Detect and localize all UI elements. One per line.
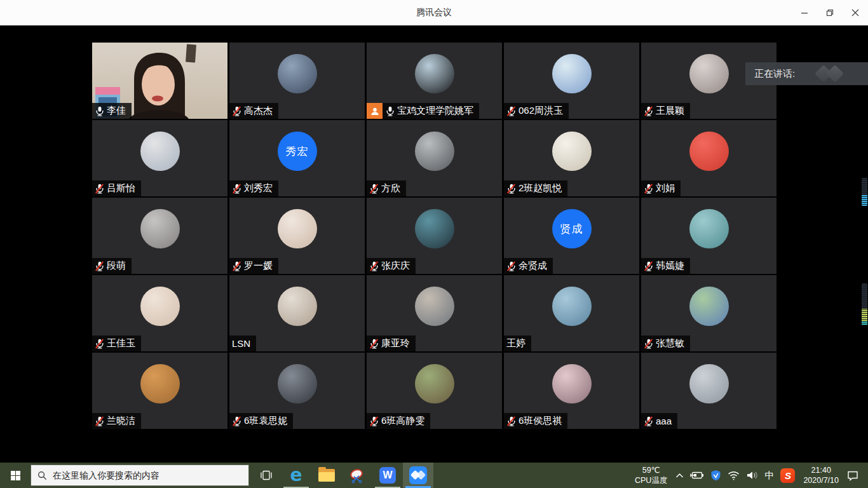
participant-name: 刘秀宏	[244, 182, 273, 194]
participant-name-label: 罗一媛	[229, 258, 278, 274]
participant-tile[interactable]: 段萌	[92, 198, 227, 274]
tencent-meeting-icon	[409, 466, 427, 484]
taskbar-app-wps[interactable]: W	[372, 463, 403, 488]
participant-name: LSN	[232, 338, 250, 349]
participant-tile[interactable]: 王婷	[504, 275, 639, 351]
participant-tile[interactable]: 吕斯怡	[92, 120, 227, 196]
taskbar-clock[interactable]: 21:40 2020/7/10	[798, 465, 844, 485]
avatar	[278, 364, 317, 403]
mic-muted-icon	[506, 261, 517, 271]
start-button[interactable]	[0, 463, 31, 488]
avatar	[689, 287, 729, 326]
tray-expand-button[interactable]	[672, 463, 687, 488]
ime-label: 中	[764, 470, 774, 482]
tray-volume[interactable]	[743, 463, 761, 488]
participant-tile[interactable]: 贤成	[504, 198, 639, 274]
mic-muted-icon	[644, 184, 654, 194]
participant-name-label: 韩嫣婕	[641, 258, 690, 274]
participant-label-row: 王婷	[504, 336, 531, 351]
tray-battery[interactable]	[687, 463, 707, 488]
participant-tile[interactable]: 6班袁思妮	[229, 353, 365, 429]
participant-name: 6班高静雯	[381, 415, 424, 427]
participant-label-row: 刘秀宏	[229, 180, 278, 196]
participant-label-row: LSN	[229, 336, 256, 351]
participant-tile[interactable]: 李佳	[92, 43, 227, 119]
participant-label-row: 6班高静雯	[367, 413, 430, 429]
participant-tile[interactable]: 张庆庆	[367, 198, 502, 274]
battery-icon	[690, 471, 704, 480]
participant-tile[interactable]: 6班高静雯	[367, 353, 502, 429]
participant-tile[interactable]: 宝鸡文理学院姚军	[367, 43, 502, 119]
meeting-stage: 李佳	[0, 25, 868, 463]
avatar	[140, 209, 180, 248]
taskbar-app-tencent-meeting[interactable]	[403, 463, 433, 488]
participant-tile[interactable]: 王佳玉	[92, 275, 227, 351]
participant-tile[interactable]: 刘娟	[641, 120, 776, 196]
audio-level-meter	[862, 283, 867, 325]
participant-tile[interactable]: 康亚玲	[367, 275, 502, 351]
tray-network[interactable]	[724, 463, 743, 488]
participant-tile[interactable]: 6班侯思祺	[504, 353, 639, 429]
avatar	[415, 364, 454, 403]
participant-name-label: 062周洪玉	[504, 103, 569, 119]
close-button[interactable]	[843, 0, 868, 25]
mic-muted-icon	[506, 416, 517, 426]
tray-security[interactable]	[707, 463, 724, 488]
participant-tile[interactable]: 062周洪玉	[504, 43, 639, 119]
cpu-temp-readout[interactable]: 59℃ CPU温度	[630, 465, 672, 485]
participant-name: 王婷	[506, 337, 526, 349]
mic-muted-icon	[95, 184, 105, 194]
taskbar-app-edge[interactable]: e	[281, 463, 311, 488]
wifi-icon	[728, 471, 740, 480]
avatar	[278, 54, 317, 93]
avatar	[278, 209, 317, 248]
participant-tile[interactable]: 方欣	[367, 120, 502, 196]
host-badge-icon	[367, 103, 383, 119]
tray-sogou[interactable]: S	[777, 463, 798, 488]
participant-tile[interactable]: 高杰杰	[229, 43, 365, 119]
taskbar-search[interactable]	[31, 464, 249, 486]
avatar: 秀宏	[278, 132, 317, 171]
participant-tile[interactable]: 韩嫣婕	[641, 198, 776, 274]
mic-on-icon	[385, 106, 395, 116]
minimize-button[interactable]	[792, 0, 817, 25]
participant-name-label: 6班侯思祺	[504, 413, 567, 429]
tray-ime-indicator[interactable]: 中	[761, 463, 777, 488]
task-view-icon	[260, 470, 273, 481]
participant-tile[interactable]: 秀宏	[229, 120, 365, 196]
participant-label-row: 王晨颖	[641, 103, 690, 119]
participant-name: 韩嫣婕	[656, 260, 684, 272]
search-input[interactable]	[53, 470, 231, 480]
participant-tile[interactable]: 2班赵凯悦	[504, 120, 639, 196]
participant-tile[interactable]: 罗一媛	[229, 198, 365, 274]
speaking-label: 正在讲话:	[754, 68, 795, 80]
participant-name-label: 余贤成	[504, 258, 553, 274]
avatar	[552, 132, 592, 171]
mic-muted-icon	[95, 339, 105, 349]
participant-name: 张庆庆	[381, 260, 410, 272]
participant-name: 李佳	[107, 105, 126, 117]
task-view-button[interactable]	[252, 463, 281, 488]
participant-name: 康亚玲	[381, 337, 410, 349]
avatar	[415, 209, 454, 248]
action-center-button[interactable]	[844, 463, 862, 488]
taskbar-app-snipping-tool[interactable]	[342, 463, 372, 488]
participant-label-row: 6班侯思祺	[504, 413, 567, 429]
mic-muted-icon	[232, 416, 242, 426]
avatar: 贤成	[552, 209, 592, 248]
avatar-initials: 贤成	[560, 222, 583, 236]
participant-tile[interactable]: 张慧敏	[641, 275, 776, 351]
participant-tile[interactable]: LSN	[229, 275, 365, 351]
participant-tile[interactable]: 兰晓洁	[92, 353, 227, 429]
participant-name: 罗一媛	[244, 260, 273, 272]
taskbar-app-file-explorer[interactable]	[311, 463, 342, 488]
participant-tile[interactable]: aaa	[641, 353, 776, 429]
restore-button[interactable]	[817, 0, 843, 25]
avatar	[415, 287, 454, 326]
file-explorer-icon	[318, 469, 335, 482]
participant-name: 宝鸡文理学院姚军	[397, 105, 473, 117]
avatar	[689, 54, 729, 93]
speaking-banner: 正在讲话:	[745, 62, 868, 85]
participant-grid: 李佳	[92, 43, 776, 429]
mic-muted-icon	[369, 184, 379, 194]
